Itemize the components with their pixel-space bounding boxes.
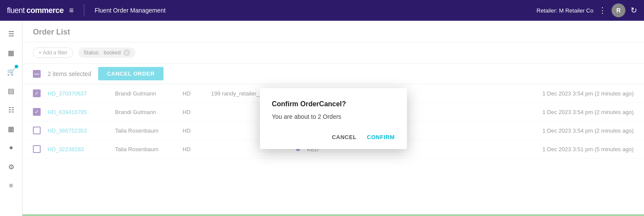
sidebar-bulb-icon[interactable]: ✦ bbox=[3, 140, 19, 156]
logo-text-light: fluent bbox=[7, 6, 25, 15]
confirm-dialog: Confirm OrderCancel? You are about to 2 … bbox=[260, 88, 407, 149]
dialog-body: You are about to 2 Orders bbox=[272, 113, 395, 120]
dialog-overlay: Confirm OrderCancel? You are about to 2 … bbox=[22, 21, 644, 216]
app-header: fluentcommerce ≡ Fluent Order Management… bbox=[0, 0, 644, 21]
sidebar-menu-toggle[interactable]: ☰ bbox=[3, 26, 19, 41]
dialog-cancel-button[interactable]: CANCEL bbox=[332, 134, 356, 140]
sidebar-table-icon[interactable]: ▦ bbox=[3, 121, 19, 137]
header-divider bbox=[84, 4, 84, 16]
sidebar-inbox-icon[interactable]: ▤ bbox=[3, 83, 19, 98]
dialog-confirm-button[interactable]: CONFIRM bbox=[367, 134, 394, 140]
content-area: Order List + Add a filter Status: booked… bbox=[22, 21, 644, 216]
sidebar-chart-icon[interactable]: ▦ bbox=[3, 45, 19, 60]
sidebar-list-icon[interactable]: ☷ bbox=[3, 102, 19, 118]
sidebar: ☰ ▦ 🛒 ▤ ☷ ▦ ✦ ⚙ ≡ bbox=[0, 21, 22, 216]
refresh-icon[interactable]: ↻ bbox=[631, 6, 637, 15]
sidebar-more-icon[interactable]: ≡ bbox=[3, 178, 19, 194]
cart-badge bbox=[15, 65, 18, 68]
avatar[interactable]: R bbox=[612, 3, 625, 17]
dialog-title: Confirm OrderCancel? bbox=[272, 100, 395, 108]
logo-symbol: ≡ bbox=[69, 6, 74, 15]
main-layout: ☰ ▦ 🛒 ▤ ☷ ▦ ✦ ⚙ ≡ Order List + Add a fil… bbox=[0, 21, 644, 216]
logo: fluentcommerce ≡ bbox=[7, 6, 74, 15]
header-right: Retailer: M Retailer Co ⋮ R ↻ bbox=[537, 3, 638, 17]
sidebar-cart-icon[interactable]: 🛒 bbox=[3, 64, 19, 79]
logo-text-bold: commerce bbox=[26, 6, 64, 15]
app-title: Fluent Order Management bbox=[95, 7, 530, 14]
dialog-actions: CANCEL CONFIRM bbox=[272, 134, 395, 140]
sidebar-settings-icon[interactable]: ⚙ bbox=[3, 159, 19, 175]
more-options-button[interactable]: ⋮ bbox=[599, 6, 606, 15]
retailer-label: Retailer: M Retailer Co bbox=[537, 7, 594, 14]
